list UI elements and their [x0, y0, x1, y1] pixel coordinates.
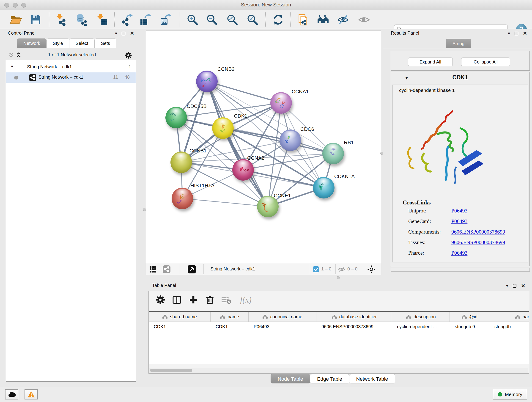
column-header-canonical-name[interactable]: canonical name	[249, 312, 317, 322]
tab-select[interactable]: Select	[70, 38, 95, 48]
crosslink-link[interactable]: 9606.ENSP00000378699	[451, 229, 505, 235]
warnings-button[interactable]	[25, 389, 38, 400]
cloud-button[interactable]	[5, 389, 18, 400]
crosslink-link[interactable]: P06493	[451, 250, 467, 256]
network-row-selected[interactable]: String Network – cdk1 11 48	[6, 72, 136, 83]
network-node-CDKN1A[interactable]	[313, 177, 335, 198]
table-cell[interactable]: cyclin-dependent ...	[392, 322, 450, 331]
column-header-namespace[interactable]: namespace	[489, 312, 529, 322]
panel-close-icon[interactable]: ✕	[521, 283, 525, 288]
function-builder-icon[interactable]: f(x)	[237, 294, 255, 305]
crosslink-link[interactable]: P06493	[451, 218, 467, 224]
horizontal-splitter-handle[interactable]	[337, 276, 340, 279]
hide-selected-icon[interactable]	[336, 13, 349, 26]
clone-network-icon[interactable]	[297, 13, 310, 26]
network-node-RB1[interactable]	[322, 143, 344, 164]
show-columns-icon[interactable]	[172, 294, 182, 305]
import-network-from-database-icon[interactable]	[75, 13, 88, 26]
zoom-fit-content-icon[interactable]	[226, 13, 239, 26]
network-node-CCNA2[interactable]	[232, 159, 254, 181]
network-share-icon[interactable]	[162, 265, 171, 274]
tree-expand-icon[interactable]: ▾	[11, 64, 13, 69]
table-cell[interactable]: CDK1	[210, 322, 249, 331]
network-node-CDC25B[interactable]	[165, 107, 187, 128]
tab-edge-table[interactable]: Edge Table	[310, 374, 349, 383]
grid-view-icon[interactable]	[148, 265, 157, 274]
hidden-eye-icon[interactable]	[337, 265, 346, 274]
zoom-selected-icon[interactable]	[246, 13, 259, 26]
table-cell[interactable]: P06493	[249, 322, 317, 331]
table-cell[interactable]: CDK1	[149, 322, 210, 331]
column-header-name[interactable]: name	[210, 312, 249, 322]
tab-style[interactable]: Style	[46, 38, 69, 48]
expand-all-button[interactable]: Expand All	[408, 57, 453, 66]
warning-icon	[27, 391, 35, 398]
export-table-icon[interactable]	[139, 13, 152, 26]
network-canvas[interactable]: CCNB2CCNA1CDC25BCDK1CDC6RB1CCNB1CCNA2CDK…	[146, 31, 381, 263]
network-options-gear-icon[interactable]	[125, 51, 132, 59]
network-node-CCNB2[interactable]	[196, 70, 218, 92]
column-header-database-identifier[interactable]: database identifier	[317, 312, 392, 322]
panel-close-icon[interactable]: ✕	[523, 31, 527, 36]
edge-CCNB2-CCNA1[interactable]	[207, 81, 281, 103]
show-hidden-icon[interactable]	[358, 13, 370, 26]
crosslink-label: Compartments:	[408, 229, 441, 235]
string-network-icon	[29, 74, 36, 81]
panel-close-icon[interactable]: ✕	[130, 31, 134, 36]
network-node-CDC6[interactable]	[279, 129, 301, 151]
table-cell[interactable]: stringdb	[489, 322, 529, 331]
node-label-CCNB2: CCNB2	[217, 66, 234, 72]
collapse-all-button[interactable]: Collapse All	[461, 57, 510, 66]
show-all-neighbors-icon[interactable]	[317, 13, 329, 26]
apply-preferred-layout-icon[interactable]	[272, 13, 285, 26]
table-cell[interactable]: stringdb:9...	[450, 322, 489, 331]
table-settings-gear-icon[interactable]	[155, 294, 166, 305]
table-horizontal-scrollbar[interactable]	[149, 368, 528, 373]
memory-button[interactable]: Memory	[493, 389, 527, 400]
tab-node-table[interactable]: Node Table	[271, 374, 310, 383]
panel-collapse-icon[interactable]: ▾	[115, 31, 117, 36]
tab-sets[interactable]: Sets	[95, 38, 116, 48]
crosslink-link[interactable]: 9606.ENSP00000378699	[451, 240, 505, 245]
import-network-from-file-icon[interactable]	[55, 13, 68, 26]
column-header--id[interactable]: @id	[450, 312, 489, 322]
column-header-description[interactable]: description	[392, 312, 450, 322]
export-network-icon[interactable]	[121, 13, 133, 26]
edge-CCNA1-CCNE1[interactable]	[268, 103, 281, 206]
tab-network-table[interactable]: Network Table	[349, 374, 395, 383]
scrollbar-thumb[interactable]	[150, 369, 192, 372]
create-column-plus-icon[interactable]	[188, 294, 199, 305]
delete-column-trash-icon[interactable]	[205, 294, 215, 305]
save-session-icon[interactable]	[29, 13, 42, 26]
status-bar: Memory	[0, 387, 532, 402]
tab-string[interactable]: String	[446, 39, 471, 48]
panel-collapse-icon[interactable]: ▾	[506, 283, 508, 288]
selected-checkbox-icon[interactable]	[312, 265, 320, 274]
open-session-icon[interactable]	[9, 13, 22, 26]
vertical-splitter-handle[interactable]	[143, 208, 146, 211]
network-node-HIST1H1A[interactable]	[172, 188, 193, 209]
panel-collapse-icon[interactable]: ▾	[508, 31, 510, 36]
export-image-icon[interactable]	[159, 13, 172, 26]
panel-float-icon[interactable]	[122, 32, 125, 35]
panel-float-icon[interactable]	[513, 284, 516, 288]
crosshair-icon[interactable]	[367, 265, 376, 274]
network-node-CCNE1[interactable]	[257, 196, 279, 217]
table-cell[interactable]: 9606.ENSP00000378699	[317, 322, 392, 331]
crosslink-link[interactable]: P06493	[451, 208, 467, 214]
network-node-CCNB1[interactable]	[171, 152, 192, 173]
tab-network[interactable]: Network	[17, 38, 46, 48]
import-table-from-file-icon[interactable]	[96, 13, 109, 26]
results-scrollbar-track[interactable]	[391, 268, 530, 272]
network-node-CCNA1[interactable]	[270, 92, 292, 114]
network-collection-row[interactable]: ▾ String Network – cdk1 1	[6, 62, 136, 72]
delete-table-icon[interactable]	[221, 294, 232, 305]
zoom-out-icon[interactable]	[206, 13, 218, 26]
edge-CCNB2-CCNE1[interactable]	[207, 81, 268, 206]
column-header-shared-name[interactable]: shared name	[149, 312, 210, 322]
zoom-in-icon[interactable]	[186, 13, 199, 26]
table-row: CDK1CDK1P064939606.ENSP00000378699cyclin…	[149, 322, 529, 331]
birds-eye-view-icon[interactable]	[187, 265, 196, 274]
network-node-CDK1[interactable]	[212, 117, 234, 139]
panel-float-icon[interactable]	[515, 32, 518, 35]
